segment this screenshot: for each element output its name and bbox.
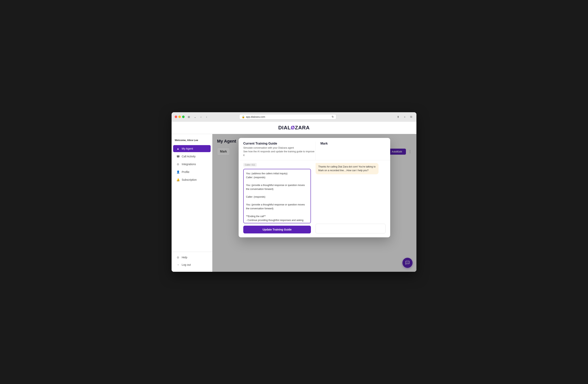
app-header: DIALØZARA — [171, 122, 417, 134]
address-bar[interactable]: 🔒 app.dialzara.com ↻ — [239, 114, 336, 119]
sidebar-item-label-call-activity: Call Activity — [182, 155, 196, 158]
logo-mark: Ø — [291, 125, 295, 131]
url-text: app.dialzara.com — [246, 115, 265, 118]
bell-icon: 🔔 — [176, 178, 180, 181]
forward-button[interactable]: › — [205, 115, 208, 119]
sidebar-item-logout[interactable]: → Log out — [173, 261, 211, 268]
app-container: DIALØZARA Welcome, Alice Lee ▲ My Agent … — [171, 122, 417, 272]
sidebar-toggle-button[interactable]: ⊞ — [187, 115, 191, 119]
minimize-button[interactable] — [178, 115, 181, 118]
traffic-lights — [175, 115, 185, 118]
fullscreen-button[interactable] — [182, 115, 185, 118]
lock-icon: 🔒 — [242, 115, 245, 118]
logo-text-right: ZARA — [295, 125, 310, 131]
share-button[interactable]: ⬆ — [396, 115, 400, 119]
logout-icon: → — [176, 263, 180, 266]
update-training-guide-button[interactable]: Update Training Guide — [243, 226, 311, 233]
sidebar-item-label-profile: Profile — [182, 170, 189, 174]
tabs-button[interactable]: ⧉ — [409, 115, 413, 119]
sidebar-item-label-help: Help — [182, 256, 187, 259]
sidebar-item-profile[interactable]: 👤 Profile — [173, 168, 211, 176]
browser-chrome: ⊞ ⌄ ‹ › 🔒 app.dialzara.com ↻ ⬆ + ⧉ — [171, 112, 417, 122]
app-logo: DIALØZARA — [175, 125, 413, 131]
modal-right-section: Thanks for calling Dial Zara dot com! Yo… — [315, 160, 385, 233]
app-body: Welcome, Alice Lee ▲ My Agent ☎ Call Act… — [171, 134, 417, 272]
integrations-icon: ⊙ — [176, 163, 180, 166]
sidebar-item-label-subscription: Subscription — [182, 178, 197, 181]
sidebar-item-call-activity[interactable]: ☎ Call Activity — [173, 153, 211, 160]
welcome-message: Welcome, Alice Lee — [171, 137, 212, 145]
browser-actions: ⬆ + ⧉ — [396, 115, 413, 119]
sidebar-item-subscription[interactable]: 🔔 Subscription — [173, 176, 211, 183]
modal-header: Current Training Guide Simulate conversa… — [239, 138, 390, 160]
sidebar-item-help[interactable]: ⊙ Help — [173, 254, 211, 261]
sidebar-item-label-integrations: Integrations — [182, 163, 196, 166]
close-button[interactable] — [175, 115, 177, 118]
help-icon: ⊙ — [176, 256, 180, 259]
modal-right-title: Mark — [320, 142, 385, 145]
caller-label: Caller: 011 — [243, 163, 257, 166]
chat-input[interactable] — [315, 224, 385, 233]
chat-messages: Thanks for calling Dial Zara dot com! Yo… — [315, 163, 385, 222]
modal-body: Caller: 011 Update Training Guide Thanks… — [239, 160, 390, 237]
logo-text-left: DIAL — [278, 125, 291, 131]
training-guide-textarea[interactable] — [243, 169, 311, 223]
main-content: My Agent Mark ACTIONS Add/Edit ⋮ — [212, 134, 417, 272]
phone-icon: ☎ — [176, 155, 180, 158]
training-guide-modal: Current Training Guide Simulate conversa… — [239, 138, 390, 237]
sidebar-item-my-agent[interactable]: ▲ My Agent — [173, 145, 211, 152]
modal-desc-line1: Simulate conversation with your Dialzara… — [243, 146, 315, 157]
modal-left-section: Caller: 011 Update Training Guide — [243, 160, 311, 233]
sidebar: Welcome, Alice Lee ▲ My Agent ☎ Call Act… — [171, 134, 212, 272]
back-button[interactable]: ‹ — [199, 115, 203, 119]
chevron-down-icon[interactable]: ⌄ — [193, 115, 197, 119]
modal-right-header: Mark — [315, 142, 385, 160]
new-tab-button[interactable]: + — [403, 115, 407, 119]
modal-left-title: Current Training Guide — [243, 142, 315, 145]
chat-message-text: Thanks for calling Dial Zara dot com! Yo… — [318, 165, 376, 172]
sidebar-bottom: ⊙ Help → Log out — [171, 252, 212, 269]
reload-icon[interactable]: ↻ — [332, 115, 334, 118]
sidebar-item-label-my-agent: My Agent — [182, 147, 193, 150]
modal-left-header: Current Training Guide Simulate conversa… — [243, 142, 315, 160]
sidebar-item-label-logout: Log out — [182, 263, 191, 266]
sidebar-item-integrations[interactable]: ⊙ Integrations — [173, 161, 211, 168]
modal-overlay: Current Training Guide Simulate conversa… — [212, 134, 417, 272]
agent-icon: ▲ — [176, 147, 180, 150]
chat-bubble-agent: Thanks for calling Dial Zara dot com! Yo… — [315, 163, 378, 174]
profile-icon: 👤 — [176, 170, 180, 174]
